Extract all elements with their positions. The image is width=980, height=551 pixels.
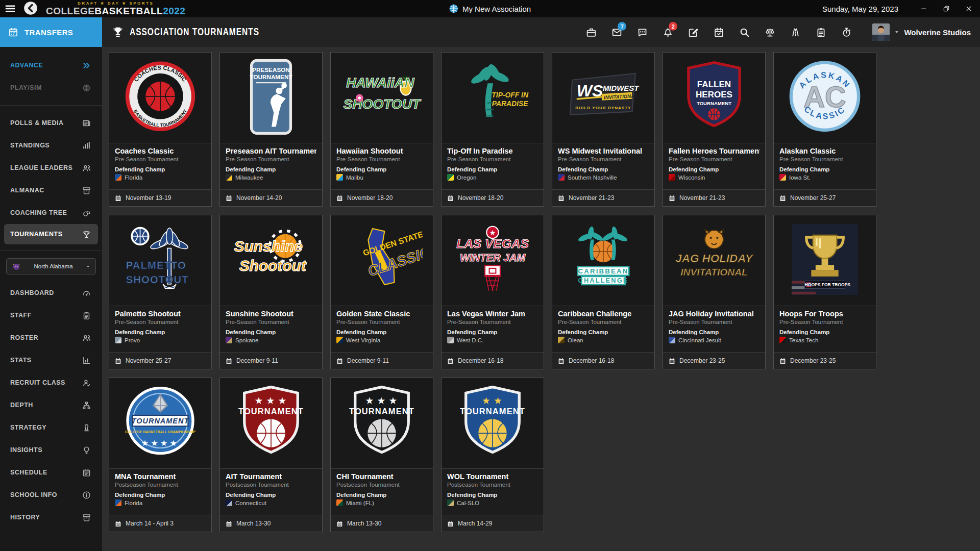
date-range: March 13-30 bbox=[236, 520, 271, 527]
sidebar-item-stats[interactable]: STATS bbox=[0, 349, 102, 371]
tournament-title: WOL Tournament bbox=[447, 472, 538, 481]
team-select[interactable]: North Alabama bbox=[6, 258, 96, 274]
compose-icon[interactable] bbox=[680, 21, 706, 43]
close-button[interactable] bbox=[958, 0, 980, 17]
tournament-logo: FALLENHEROESTOURNAMENT bbox=[663, 53, 765, 143]
signal-icon bbox=[82, 141, 91, 150]
sidebar-item-depth[interactable]: DEPTH bbox=[0, 394, 102, 416]
strategy-icon bbox=[82, 423, 91, 432]
sidebar-item-staff[interactable]: STAFF bbox=[0, 304, 102, 327]
tournament-card-mna-tournament[interactable]: TOURNAMENT COLLEGE BASKETBALL CHAMPIONSH… bbox=[109, 378, 212, 532]
sidebar-item-dashboard[interactable]: DASHBOARD bbox=[0, 282, 102, 304]
sidebar-item-almanac[interactable]: ALMANAC bbox=[0, 179, 102, 202]
champ-team-name: Oregon bbox=[457, 174, 476, 181]
stopwatch-icon[interactable] bbox=[834, 21, 859, 43]
menu-icon[interactable] bbox=[0, 0, 20, 17]
tournament-info: Sunshine ShootoutPre-Season TournamentDe… bbox=[220, 306, 322, 352]
tournament-card-caribbean-challenge[interactable]: CARIBBEAN CHALLENGECaribbean ChallengePr… bbox=[552, 215, 655, 369]
chat-icon[interactable] bbox=[629, 21, 655, 43]
sidebar-item-label: TOURNAMENTS bbox=[10, 231, 63, 238]
tournament-logo: ★ ★ TOURNAMENT bbox=[442, 378, 544, 469]
champ-team-name: Cal-SLO bbox=[457, 500, 479, 506]
tournament-card-jag-holiday-invitational[interactable]: JAG HOLIDAY INVITATIONALJAG Holiday Invi… bbox=[663, 215, 766, 369]
sidebar-item-tournaments[interactable]: TOURNAMENTS bbox=[4, 224, 98, 244]
tournament-card-tip-off-in-paradise[interactable]: TIP-OFF INPARADISETip-Off In ParadisePre… bbox=[441, 52, 544, 207]
defending-champ-label: Defending Champ bbox=[336, 329, 427, 335]
clipboard-icon[interactable] bbox=[808, 21, 834, 43]
date-range: November 18-20 bbox=[458, 194, 503, 202]
tournament-info: Palmetto ShootoutPre-Season TournamentDe… bbox=[109, 306, 211, 352]
sidebar-item-label: ALMANAC bbox=[10, 187, 44, 194]
search-icon[interactable] bbox=[731, 21, 757, 43]
date-range: November 21-23 bbox=[569, 194, 614, 202]
tournament-card-ait-tournament[interactable]: ★ ★ ★ TOURNAMENT AIT TournamentPostseaso… bbox=[219, 378, 323, 532]
tournament-card-wol-tournament[interactable]: ★ ★ TOURNAMENT WOL TournamentPostseason … bbox=[441, 378, 544, 532]
tournament-title: Golden State Classic bbox=[336, 310, 427, 318]
tournament-card-alaskan-classic[interactable]: ALASKAN AC CLASSICAlaskan ClassicPre-Sea… bbox=[773, 52, 876, 207]
svg-text:LAS VEGAS: LAS VEGAS bbox=[456, 237, 529, 251]
svg-text:TOURNAMENT: TOURNAMENT bbox=[349, 406, 414, 416]
notifications-icon[interactable]: 2 bbox=[655, 21, 680, 43]
tournament-dates: December 23-25 bbox=[663, 352, 765, 369]
briefcase-icon[interactable] bbox=[578, 21, 604, 43]
tournament-card-preseason-ait-tournament[interactable]: PRESEASONTOURNAMENT Preseason AIT Tourna… bbox=[219, 52, 323, 207]
tournament-info: WOL TournamentPostseason TournamentDefen… bbox=[442, 469, 544, 515]
calendar-icon bbox=[447, 195, 454, 202]
champ-team-logo bbox=[669, 174, 675, 181]
user-menu[interactable]: Wolverine Studios bbox=[872, 23, 971, 41]
tournament-info: Las Vegas Winter JamPre-Season Tournamen… bbox=[442, 306, 544, 352]
scales-icon[interactable] bbox=[757, 21, 782, 43]
tournament-card-hawaiian-shootout[interactable]: HAWAiiAN SHOOTOUT Hawaiian ShootoutPre-S… bbox=[330, 52, 433, 207]
tournament-card-palmetto-shootout[interactable]: PALMETTO SHOOTOUTPalmetto ShootoutPre-Se… bbox=[109, 215, 212, 369]
sidebar-item-label: DASHBOARD bbox=[10, 289, 54, 296]
sidebar-item-schedule[interactable]: SCHEDULE bbox=[0, 461, 102, 484]
sidebar-item-coaching-tree[interactable]: COACHING TREE bbox=[0, 202, 102, 224]
tournament-info: JAG Holiday InvitationalPre-Season Tourn… bbox=[663, 306, 765, 352]
tournament-type: Pre-Season Tournament bbox=[669, 319, 760, 325]
calendar-check-icon[interactable] bbox=[706, 21, 731, 43]
minimize-button[interactable] bbox=[913, 0, 935, 17]
sidebar-action-play-sim[interactable]: PLAY/SIM bbox=[0, 77, 102, 99]
tournament-logo: PALMETTO SHOOTOUT bbox=[109, 215, 211, 306]
sidebar-item-league-leaders[interactable]: LEAGUE LEADERS bbox=[0, 157, 102, 179]
tab-transfers[interactable]: TRANSFERS bbox=[0, 17, 102, 47]
tournament-card-sunshine-shootout[interactable]: Sunshine ShootoutSunshine ShootoutPre-Se… bbox=[219, 215, 323, 369]
tournament-card-las-vegas-winter-jam[interactable]: ★ LAS VEGAS WINTER JAM Las Vegas Winter … bbox=[441, 215, 544, 369]
tournament-card-ws-midwest-invitational[interactable]: WS MIDWEST INVITATIONAL BUILD YOUR DYNAS… bbox=[552, 52, 655, 207]
tournament-dates: December 16-18 bbox=[442, 352, 544, 369]
forward-icon bbox=[82, 61, 91, 70]
sidebar-item-history[interactable]: HISTORY bbox=[0, 506, 102, 529]
calendar-icon bbox=[669, 358, 675, 364]
sidebar-item-label: ADVANCE bbox=[10, 62, 43, 69]
mail-icon[interactable]: 7 bbox=[604, 21, 629, 43]
sidebar-item-roster[interactable]: ROSTER bbox=[0, 327, 102, 349]
tournament-card-hoops-for-troops[interactable]: HOOPS FOR TROOPSHoops For TroopsPre-Seas… bbox=[773, 215, 876, 369]
tournament-card-golden-state-classic[interactable]: GOLDEN STATE CLASSICGolden State Classic… bbox=[330, 215, 433, 369]
sidebar-item-school-info[interactable]: SCHOOL INFO bbox=[0, 484, 102, 506]
tournament-card-chi-tournament[interactable]: ★ ★ ★ TOURNAMENT CHI TournamentPostseaso… bbox=[330, 378, 433, 532]
tournament-logo: PRESEASONTOURNAMENT bbox=[220, 53, 322, 143]
champ-team-logo bbox=[115, 499, 121, 506]
sidebar-item-strategy[interactable]: STRATEGY bbox=[0, 416, 102, 439]
trophy-icon bbox=[112, 27, 124, 38]
restore-button[interactable] bbox=[935, 0, 958, 17]
tournament-type: Pre-Season Tournament bbox=[447, 319, 538, 325]
tournament-type: Pre-Season Tournament bbox=[115, 156, 206, 162]
tournament-dates: March 13-30 bbox=[331, 515, 433, 532]
tournament-dates: November 18-20 bbox=[442, 189, 544, 206]
sidebar-item-recruit-class[interactable]: RECRUIT CLASS bbox=[0, 371, 102, 394]
sidebar-action-advance[interactable]: ADVANCE bbox=[0, 54, 102, 77]
sidebar-item-insights[interactable]: INSIGHTS bbox=[0, 439, 102, 461]
chart-icon bbox=[82, 356, 91, 365]
sidebar-item-standings[interactable]: STANDINGS bbox=[0, 134, 102, 157]
svg-text:COLLEGE BASKETBALL CHAMPIONSHI: COLLEGE BASKETBALL CHAMPIONSHIP bbox=[125, 430, 195, 434]
back-icon[interactable] bbox=[23, 1, 39, 16]
tournament-card-fallen-heroes-tournament[interactable]: FALLENHEROESTOURNAMENT Fallen Heroes Tou… bbox=[663, 52, 766, 207]
sidebar-item-polls-media[interactable]: POLLS & MEDIA bbox=[0, 112, 102, 134]
road-icon[interactable] bbox=[782, 21, 808, 43]
tournament-title: Sunshine Shootout bbox=[226, 310, 316, 318]
sidebar-item-label: STATS bbox=[10, 357, 32, 364]
tournament-card-coaches-classic[interactable]: COACHES CLASSIC BASKETBALL TOURNAMENTCoa… bbox=[109, 52, 212, 207]
svg-text:★ ★ ★: ★ ★ ★ bbox=[255, 396, 287, 405]
svg-text:CARIBBEAN: CARIBBEAN bbox=[578, 267, 628, 274]
